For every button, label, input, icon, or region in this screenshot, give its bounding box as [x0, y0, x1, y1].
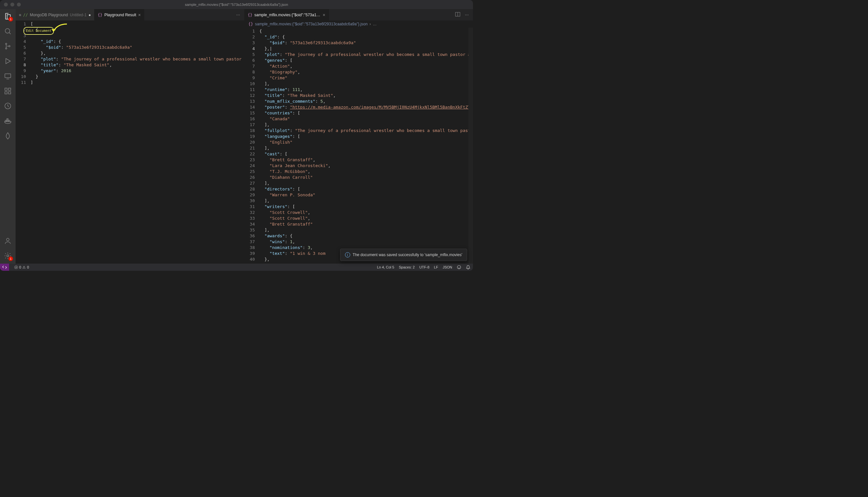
extensions-icon[interactable] [3, 86, 12, 96]
editor-group-left: ≡ // MongoDB Playground Untitled-1 ● {} … [16, 9, 245, 264]
window-title: sample_mflix.movies:{"$oid":"573a13e6f29… [3, 3, 470, 6]
json-file-icon: {} [249, 22, 253, 26]
svg-rect-5 [5, 88, 7, 90]
editor-group-right: {} sample_mflix.movies:{"$oid":"573a13e6… [245, 9, 473, 264]
error-count: 0 [19, 265, 21, 269]
testing-icon[interactable] [3, 101, 12, 111]
svg-point-2 [5, 48, 7, 49]
tab-label: MongoDB Playground [30, 13, 68, 17]
code-content-left[interactable]: [ { "_id": { "$oid": "573a13e6f29313caab… [31, 20, 244, 264]
maximize-window-icon[interactable] [17, 3, 21, 6]
status-bar: ⓧ0 ⚠0 Ln 4, Col 5 Spaces: 2 UTF-8 LF JSO… [0, 264, 473, 271]
split-editor-icon[interactable] [455, 12, 461, 18]
tab-suffix: Untitled-1 [70, 13, 86, 17]
source-control-icon[interactable] [3, 42, 12, 51]
warning-icon: ⚠ [23, 265, 26, 269]
save-success-notification[interactable]: i The document was saved successfully to… [340, 248, 467, 261]
playground-file-icon: ≡ [19, 13, 21, 17]
language-mode[interactable]: JSON [443, 265, 452, 269]
edit-document-codelens[interactable]: Edit Document [24, 27, 54, 35]
account-icon[interactable] [3, 236, 12, 245]
title-bar: sample_mflix.movies:{"$oid":"573a13e6f29… [0, 0, 473, 9]
code-editor-right[interactable]: 1234567891011121314151617181920212223242… [245, 28, 473, 264]
run-debug-icon[interactable] [3, 57, 12, 66]
svg-point-3 [9, 45, 10, 47]
close-tab-icon[interactable]: × [323, 12, 325, 17]
svg-rect-13 [7, 119, 8, 120]
more-actions-icon[interactable]: ⋯ [464, 13, 470, 17]
indentation[interactable]: Spaces: 2 [399, 265, 415, 269]
svg-point-14 [6, 238, 9, 241]
json-file-icon: {} [98, 13, 102, 17]
svg-rect-8 [9, 92, 11, 94]
tab-mongodb-playground[interactable]: ≡ // MongoDB Playground Untitled-1 ● [16, 9, 94, 20]
code-content-right[interactable]: { "_id": { "$oid": "573a13e6f29313caabdc… [260, 28, 469, 264]
notifications-icon[interactable] [466, 265, 470, 269]
svg-rect-6 [9, 88, 11, 90]
tabs-row-left: ≡ // MongoDB Playground Untitled-1 ● {} … [16, 9, 244, 20]
settings-gear-icon[interactable]: 1 [3, 251, 12, 260]
window-controls[interactable] [4, 3, 21, 6]
svg-rect-7 [5, 92, 7, 94]
close-tab-icon[interactable]: × [138, 12, 141, 17]
svg-point-1 [5, 43, 7, 44]
search-icon[interactable] [3, 27, 12, 36]
notification-text: The document was saved successfully to '… [353, 253, 462, 257]
line-gutter-left: 1234567891011 [16, 20, 31, 264]
explorer-badge: 1 [9, 17, 13, 22]
warning-count: 0 [27, 265, 29, 269]
mongodb-icon[interactable] [3, 131, 12, 140]
json-file-icon: {} [248, 13, 252, 17]
line-gutter-right: 1234567891011121314151617181920212223242… [245, 28, 260, 264]
minimap[interactable] [468, 28, 473, 264]
error-icon: ⓧ [14, 265, 18, 270]
tab-document-json[interactable]: {} sample_mflix.movies:{"$oid":"573a13e6… [245, 9, 329, 20]
tab-label: Playground Result [104, 13, 136, 17]
code-editor-left[interactable]: Edit Document 1234567891011 [ { "_id": {… [16, 20, 244, 264]
feedback-icon[interactable] [457, 265, 461, 269]
svg-rect-4 [5, 74, 11, 78]
eol[interactable]: LF [434, 265, 438, 269]
settings-badge: 1 [9, 256, 13, 261]
minimize-window-icon[interactable] [10, 3, 14, 6]
breadcrumb-right[interactable]: {} sample_mflix.movies:{"$oid":"573a13e6… [245, 20, 473, 28]
breadcrumb-more[interactable]: … [373, 22, 377, 26]
cursor-position[interactable]: Ln 4, Col 5 [377, 265, 394, 269]
breadcrumb-text[interactable]: sample_mflix.movies:{"$oid":"573a13e6f29… [255, 22, 368, 26]
activity-bar: 1 [0, 9, 16, 264]
tab-playground-result[interactable]: {} Playground Result × [94, 9, 145, 20]
comment-icon: // [23, 13, 28, 17]
docker-icon[interactable] [3, 116, 12, 126]
tabs-row-right: {} sample_mflix.movies:{"$oid":"573a13e6… [245, 9, 473, 20]
close-window-icon[interactable] [4, 3, 8, 6]
encoding[interactable]: UTF-8 [420, 265, 429, 269]
explorer-icon[interactable]: 1 [3, 12, 12, 21]
more-actions-icon[interactable]: ⋯ [235, 13, 241, 17]
svg-point-19 [457, 266, 461, 269]
svg-point-15 [7, 255, 9, 257]
svg-point-0 [5, 29, 10, 33]
problems-indicator[interactable]: ⓧ0 ⚠0 [14, 265, 29, 270]
remote-explorer-icon[interactable] [3, 71, 12, 81]
dirty-indicator-icon: ● [88, 13, 91, 17]
remote-indicator-icon[interactable] [0, 264, 9, 271]
info-icon: i [345, 252, 350, 257]
chevron-right-icon: › [370, 22, 371, 26]
tab-label: sample_mflix.movies:{"$oid":"573a13e6f29… [254, 13, 321, 17]
